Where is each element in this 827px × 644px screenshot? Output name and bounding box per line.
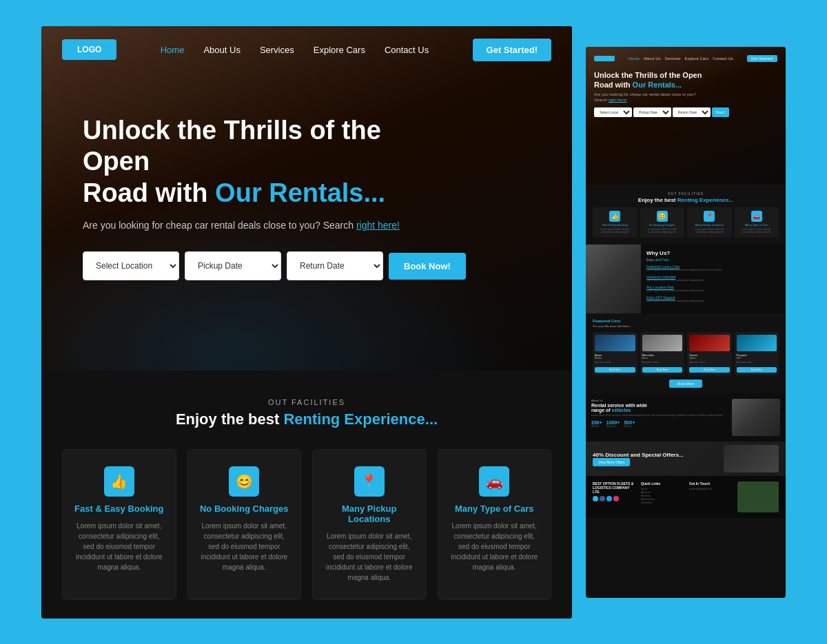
cars-icon: 🚗 (479, 466, 509, 497)
nav-home[interactable]: Home (161, 45, 185, 55)
facility-card-booking: 👍 Fast & Easy Booking Lorem ipsum dolor … (62, 449, 176, 600)
mini-footer-links: Quick Links Home About Us Services Explo… (641, 481, 684, 512)
mini-featured-label: Featured Cars (593, 319, 779, 323)
nav-services[interactable]: Services (260, 45, 294, 55)
mini-why-content: Why Us? Easy and Fast... Featured Luxury… (641, 245, 786, 313)
mini-why-feat-insurance: Insurance Included Lorem ipsum dolor sit… (646, 275, 780, 282)
facilities-section: OUT FACILITIES Enjoy the best Renting Ex… (41, 371, 572, 619)
view-offers-button[interactable]: View More Offers (593, 458, 630, 466)
main-panel: LOGO Home About Us Services Explore Cars… (41, 26, 572, 619)
book-peugeot-button[interactable]: Book Now (737, 367, 777, 373)
facility-cars-desc: Lorem ipsum dolor sit amet, consectetur … (449, 521, 540, 572)
mini-footer-contact: Get In Touch yourmail@gmail.com (689, 481, 732, 512)
mini-get-started: Get Started! (747, 55, 777, 62)
main-navbar: LOGO Home About Us Services Explore Cars… (41, 26, 572, 74)
booking-icon: 👍 (104, 466, 134, 497)
mini-facilities-grid: 👍 Fast & Easy Booking Lorem ipsum dolor … (593, 207, 779, 238)
mini-social-icons (593, 496, 635, 501)
mini-about-image (732, 399, 780, 436)
mini-panel: Home About Us Services Explore Cars Cont… (586, 47, 786, 598)
return-date-select[interactable]: Return Date (287, 251, 383, 280)
book-toyota-button[interactable]: Book Now (689, 367, 730, 373)
nav-explore[interactable]: Explore Cars (314, 45, 365, 55)
mini-fac-cars: 🚗 Many Type of Cars Lorem ipsum dolor si… (735, 207, 779, 238)
mini-fac-pickup: 📍 Many Pickup Locations Lorem ipsum dolo… (687, 207, 732, 238)
facility-no-charges-desc: Lorem ipsum dolor sit amet, consectetur … (199, 521, 290, 572)
mini-about: About Us Rental service with widerange o… (586, 393, 786, 442)
mini-fac-booking: 👍 Fast & Easy Booking Lorem ipsum dolor … (593, 207, 637, 238)
hero-section: LOGO Home About Us Services Explore Cars… (41, 26, 572, 371)
hero-title: Unlock the Thrills of the Open Road with… (83, 115, 393, 209)
mini-cars-icon: 🚗 (751, 211, 762, 222)
book-now-button[interactable]: Book Now! (389, 253, 466, 280)
mini-featured-cars: Featured Cars You may falls down with th… (586, 313, 786, 393)
mini-car-img-peugeot (737, 335, 777, 351)
facility-card-no-charges: 😊 No Booking Charges Lorem ipsum dolor s… (187, 449, 302, 600)
mini-cars-grid: Aston Martin AutomaticPetrol Book Now Me… (593, 332, 779, 375)
book-mercedes-button[interactable]: Book Now (642, 367, 683, 373)
pickup-icon: 📍 (354, 466, 385, 497)
mini-hero: Home About Us Services Explore Cars Cont… (586, 47, 786, 185)
book-aston-button[interactable]: Book Now (595, 367, 635, 373)
mini-pickup-icon: 📍 (704, 211, 715, 222)
mini-discount-image (724, 445, 779, 472)
facility-pickup-desc: Lorem ipsum dolor sit amet, consectetur … (324, 531, 415, 583)
mini-car-aston: Aston Martin AutomaticPetrol Book Now (593, 332, 637, 375)
mini-book-button[interactable]: Book! (712, 107, 729, 117)
mini-car-peugeot: Peugeot 508 AutomaticPatrol Book Now (735, 332, 779, 375)
mini-facilities-sub: OUT FACILITIES (593, 191, 779, 196)
mini-car-img-toyota (689, 335, 730, 351)
mini-booking-icon: 👍 (609, 211, 620, 222)
nav-about[interactable]: About Us (203, 45, 240, 55)
nav-links: Home About Us Services Explore Cars Cont… (161, 43, 429, 56)
facility-card-cars: 🚗 Many Type of Cars Lorem ipsum dolor si… (438, 449, 552, 600)
get-started-button[interactable]: Get Started! (473, 39, 551, 61)
mini-logo (594, 56, 615, 61)
mini-why-feat-support: Extra 24/7 Support Lorem ipsum dolor sit… (646, 295, 780, 303)
facility-cars-title: Many Type of Cars (455, 503, 534, 514)
mini-facilities: OUT FACILITIES Enjoy the best Renting Ex… (586, 185, 786, 245)
facility-booking-desc: Lorem ipsum dolor sit amet, consectetur … (74, 521, 165, 572)
social-icon-fb (593, 496, 598, 501)
mini-return-select[interactable]: Return Date (673, 107, 711, 117)
logo: LOGO (62, 39, 116, 60)
mini-why-us: Why Us? Easy and Fast... Featured Luxury… (586, 245, 786, 313)
mini-location-select[interactable]: Select Location (594, 107, 632, 117)
mini-nav-services: Services (664, 56, 680, 61)
mini-nav-links: Home About Us Services Explore Cars Cont… (619, 56, 743, 61)
mini-footer-map (737, 481, 779, 512)
mini-car-img-mercedes (642, 335, 683, 351)
hero-subtitle: Are you looking for cheap car rental dea… (83, 220, 531, 231)
mini-nocharge-icon: 😊 (657, 211, 668, 222)
location-select[interactable]: Select Location (83, 251, 179, 280)
facilities-sub-label: OUT FACILITIES (62, 398, 551, 406)
social-icon-tw (600, 496, 605, 501)
no-charges-icon: 😊 (229, 466, 259, 497)
mini-car-toyota: Toyota Supra AutomaticPetrol Book Now (687, 332, 732, 375)
social-icon-li (613, 496, 619, 501)
book-more-button[interactable]: Book More (669, 380, 702, 388)
mini-footer: BEST OPTION FLEETS & LOGISTICS COMPANY L… (586, 476, 786, 518)
nav-contact[interactable]: Contact Us (385, 45, 429, 55)
mini-search-bar: Select Location Pickup Date Return Date … (594, 107, 777, 117)
mini-fac-nocharge: 😊 No Booking Charges Lorem ipsum dolor s… (640, 207, 685, 238)
mini-nav-about: About Us (644, 56, 661, 61)
mini-discount-content: 40% Discount and Special Offers... View … (593, 452, 717, 466)
mini-hero-title: Unlock the Thrills of the OpenRoad with … (594, 70, 777, 90)
mini-hero-search-hint: Search right here! (594, 98, 777, 102)
mini-car-mercedes: Mercedes Benz AutomaticDiesel Book Now (640, 332, 685, 375)
mini-hero-sub: Are you looking for cheap car rental dea… (594, 92, 777, 96)
mini-discount-title: 40% Discount and Special Offers... (593, 452, 717, 458)
mini-nav-contact: Contact Us (713, 56, 733, 61)
mini-nav-explore: Explore Cars (684, 56, 708, 61)
mini-stats: 200+ Vehicles 1000+ Customers 500+ Revie… (591, 420, 728, 428)
mini-facilities-title: Enjoy the best Renting Experience... (593, 197, 779, 203)
mini-about-content: About Us Rental service with widerange o… (591, 399, 728, 436)
mini-why-feat-luxury: Featured Luxury Cars Lorem ipsum dolor s… (646, 264, 780, 272)
pickup-date-select[interactable]: Pickup Date (185, 251, 281, 280)
mini-nav-home: Home (629, 56, 640, 61)
facilities-grid: 👍 Fast & Easy Booking Lorem ipsum dolor … (62, 449, 551, 600)
mini-why-feat-location: Any Location Pick Lorem ipsum dolor sit … (646, 285, 780, 293)
mini-discount: 40% Discount and Special Offers... View … (586, 442, 786, 476)
mini-pickup-select[interactable]: Pickup Date (633, 107, 671, 117)
